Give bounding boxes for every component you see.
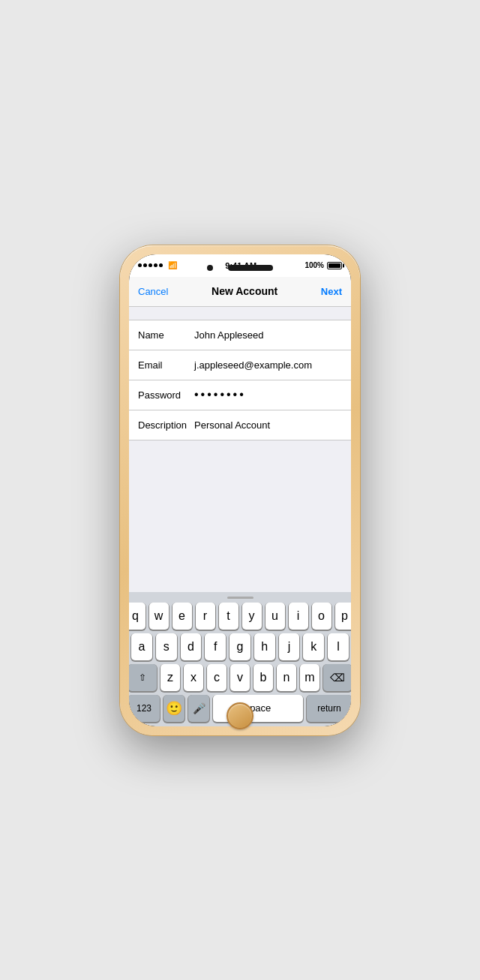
key-l[interactable]: l	[328, 633, 349, 660]
description-label: Description	[138, 419, 194, 431]
speaker	[228, 265, 273, 271]
key-g[interactable]: g	[230, 633, 250, 660]
phone-top-bar	[129, 265, 351, 271]
key-f[interactable]: f	[205, 633, 226, 660]
phone-inner: 📶 9:41 AM 100% Cancel New Account Next	[129, 254, 351, 726]
keyboard-handle	[227, 597, 254, 599]
numbers-key[interactable]: 123	[129, 695, 160, 722]
screen: 📶 9:41 AM 100% Cancel New Account Next	[129, 254, 351, 726]
page-title: New Account	[212, 285, 278, 297]
key-e[interactable]: e	[172, 603, 192, 630]
form-section: Name John Appleseed Email j.appleseed@ex…	[129, 320, 351, 440]
key-i[interactable]: i	[289, 603, 308, 630]
password-label: Password	[138, 389, 194, 401]
key-t[interactable]: t	[219, 603, 238, 630]
key-y[interactable]: y	[242, 603, 262, 630]
return-key[interactable]: return	[307, 695, 351, 722]
key-p[interactable]: p	[335, 603, 352, 630]
mic-key[interactable]: 🎤	[188, 695, 209, 722]
form-row-description: Description Personal Account	[129, 410, 351, 440]
phone-frame: 📶 9:41 AM 100% Cancel New Account Next	[120, 245, 360, 735]
form-section-spacer	[129, 307, 351, 320]
name-value[interactable]: John Appleseed	[194, 329, 342, 341]
email-value[interactable]: j.appleseed@example.com	[194, 359, 342, 371]
camera	[207, 265, 213, 271]
key-c[interactable]: c	[207, 664, 226, 691]
key-o[interactable]: o	[312, 603, 332, 630]
key-v[interactable]: v	[230, 664, 250, 691]
home-button[interactable]	[226, 702, 254, 729]
key-r[interactable]: r	[196, 603, 215, 630]
empty-area	[129, 440, 351, 592]
key-s[interactable]: s	[156, 633, 177, 660]
key-z[interactable]: z	[160, 664, 180, 691]
name-label: Name	[138, 329, 194, 341]
key-row-2: a s d f g h j k l	[131, 633, 349, 660]
description-value[interactable]: Personal Account	[194, 419, 342, 431]
key-w[interactable]: w	[149, 603, 169, 630]
key-a[interactable]: a	[131, 633, 152, 660]
delete-key[interactable]: ⌫	[323, 664, 351, 691]
nav-bar: Cancel New Account Next	[129, 277, 351, 307]
key-m[interactable]: m	[300, 664, 320, 691]
key-h[interactable]: h	[254, 633, 275, 660]
next-button[interactable]: Next	[321, 286, 342, 297]
shift-key[interactable]: ⇧	[129, 664, 157, 691]
password-value[interactable]: ••••••••	[194, 388, 342, 401]
form-row-name: Name John Appleseed	[129, 320, 351, 350]
form-row-email: Email j.appleseed@example.com	[129, 350, 351, 380]
emoji-key[interactable]: 🙂	[164, 695, 184, 722]
key-x[interactable]: x	[184, 664, 203, 691]
key-b[interactable]: b	[254, 664, 273, 691]
key-q[interactable]: q	[129, 603, 146, 630]
email-label: Email	[138, 359, 194, 371]
cancel-button[interactable]: Cancel	[138, 286, 168, 297]
key-u[interactable]: u	[266, 603, 285, 630]
key-d[interactable]: d	[181, 633, 202, 660]
key-n[interactable]: n	[277, 664, 296, 691]
key-row-1: q w e r t y u i o p	[131, 603, 349, 630]
form-row-password: Password ••••••••	[129, 380, 351, 410]
key-row-3: ⇧ z x c v b n m ⌫	[131, 664, 349, 691]
key-k[interactable]: k	[303, 633, 324, 660]
key-j[interactable]: j	[279, 633, 300, 660]
